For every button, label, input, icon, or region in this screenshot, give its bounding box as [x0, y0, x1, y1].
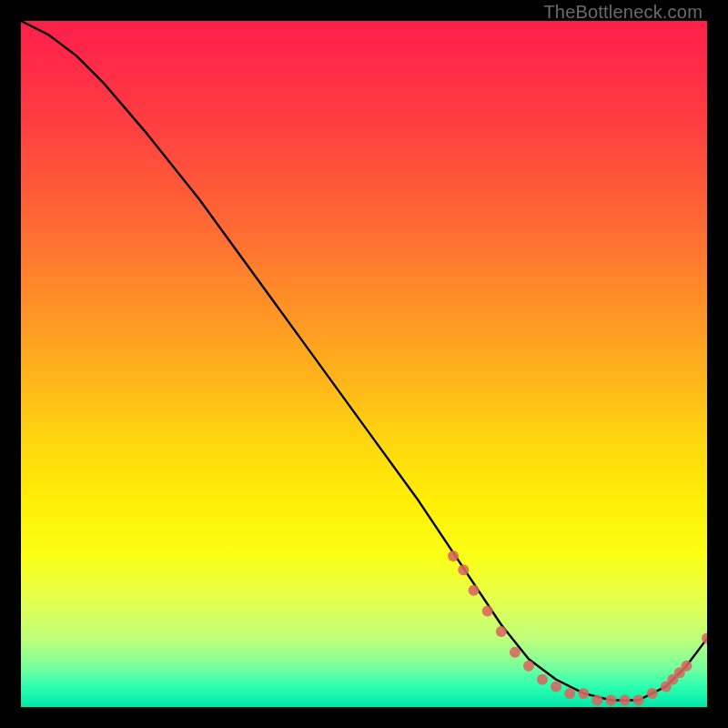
marker-dots: [448, 551, 707, 705]
marker-dot: [523, 661, 534, 672]
marker-dot: [592, 695, 602, 706]
marker-dot: [458, 564, 469, 575]
marker-dot: [633, 695, 644, 706]
marker-dot: [674, 667, 685, 678]
marker-dot: [469, 585, 480, 596]
line-series: [21, 21, 707, 701]
marker-dot: [620, 695, 631, 706]
marker-dot: [537, 674, 548, 685]
marker-dot: [482, 605, 493, 616]
marker-dot: [448, 551, 459, 561]
chart-plot-area: [21, 21, 707, 707]
marker-dot: [496, 626, 507, 637]
marker-dot: [667, 674, 678, 685]
marker-dot: [564, 688, 575, 699]
marker-dot: [681, 661, 692, 672]
marker-dot: [510, 647, 521, 658]
watermark-text: TheBottleneck.com: [543, 2, 703, 23]
marker-dot: [551, 681, 561, 692]
marker-dot: [605, 695, 616, 706]
marker-dot: [578, 688, 589, 699]
chart-stage: TheBottleneck.com: [0, 0, 728, 728]
marker-dot: [702, 633, 707, 644]
marker-dot: [661, 681, 672, 692]
marker-dot: [647, 688, 658, 699]
chart-svg: [21, 21, 707, 707]
